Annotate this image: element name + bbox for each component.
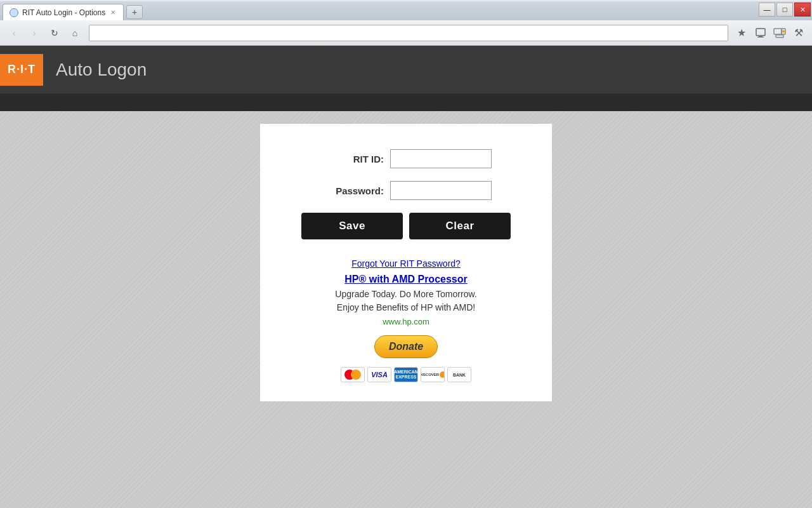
rit-logo: R·I·T <box>0 54 43 86</box>
page-content: R·I·T Auto Logon RIT ID: Password: <box>0 46 812 508</box>
tab-title: RIT Auto Login - Options <box>22 8 105 17</box>
address-bar[interactable] <box>89 25 728 41</box>
rit-subheader <box>0 93 812 111</box>
hp-url-link[interactable]: www.hp.com <box>335 317 476 326</box>
svg-rect-3 <box>774 29 782 34</box>
home-button[interactable]: ⌂ <box>66 24 84 42</box>
forgot-password-link[interactable]: Forgot Your RIT Password? <box>335 258 476 269</box>
links-area: Forgot Your RIT Password? HP® with AMD P… <box>335 258 476 382</box>
forward-button[interactable]: › <box>25 24 43 42</box>
clear-button[interactable]: Clear <box>409 213 511 239</box>
hp-ad-link[interactable]: HP® with AMD Processor <box>335 274 476 285</box>
tab-bar: RIT Auto Login - Options ✕ + — □ ✕ <box>0 1 812 20</box>
minimize-button[interactable]: — <box>759 3 775 17</box>
nav-bar: ‹ › ↻ ⌂ ★ ⚒ <box>0 20 812 46</box>
visa-icon: VISA <box>367 367 391 382</box>
password-input[interactable] <box>390 181 492 200</box>
form-card: RIT ID: Password: Save Clear Forgot Your… <box>260 124 552 401</box>
svg-rect-2 <box>757 37 764 37</box>
ad-text: Upgrade Today. Do More Tomorrow.Enjoy th… <box>335 288 476 314</box>
password-label: Password: <box>320 185 384 196</box>
nav-icons: ★ ⚒ <box>733 25 807 41</box>
donate-button[interactable]: Donate <box>374 335 438 358</box>
address-input[interactable] <box>93 28 724 37</box>
rit-header: R·I·T Auto Logon <box>0 46 812 93</box>
window-frame: RIT Auto Login - Options ✕ + — □ ✕ ‹ › ↻… <box>0 0 812 508</box>
maximize-button[interactable]: □ <box>776 3 793 17</box>
tab-close-button[interactable]: ✕ <box>109 9 117 16</box>
password-row: Password: <box>279 181 533 200</box>
active-tab[interactable]: RIT Auto Login - Options ✕ <box>3 4 124 20</box>
back-button[interactable]: ‹ <box>5 24 23 42</box>
rit-id-input[interactable] <box>390 149 492 168</box>
wrench-icon[interactable]: ⚒ <box>790 25 807 41</box>
window-controls: — □ ✕ <box>757 3 811 17</box>
save-button[interactable]: Save <box>301 213 403 239</box>
svg-point-5 <box>782 30 785 32</box>
mastercard-icon <box>341 367 365 382</box>
payment-icons: VISA AMERICANEXPRESS DISCOVER B <box>335 367 476 382</box>
device-icon[interactable] <box>752 25 769 41</box>
svg-rect-0 <box>756 29 765 36</box>
discover-icon: DISCOVER <box>421 367 445 382</box>
rit-id-label: RIT ID: <box>320 154 384 164</box>
rit-page-title: Auto Logon <box>56 60 147 80</box>
tab-globe-icon <box>10 8 18 17</box>
reload-button[interactable]: ↻ <box>46 24 63 42</box>
rit-id-row: RIT ID: <box>279 149 533 168</box>
svg-rect-6 <box>776 35 783 37</box>
new-tab-button[interactable]: + <box>126 5 143 19</box>
amex-icon: AMERICANEXPRESS <box>394 367 418 382</box>
bookmark-icon[interactable]: ★ <box>733 25 750 41</box>
main-area: RIT ID: Password: Save Clear Forgot Your… <box>0 111 812 508</box>
cast-icon[interactable] <box>771 25 788 41</box>
title-bar: RIT Auto Login - Options ✕ + — □ ✕ <box>0 0 812 20</box>
bank-icon: BANK <box>447 367 471 382</box>
button-row: Save Clear <box>301 213 511 239</box>
close-button[interactable]: ✕ <box>794 3 811 17</box>
